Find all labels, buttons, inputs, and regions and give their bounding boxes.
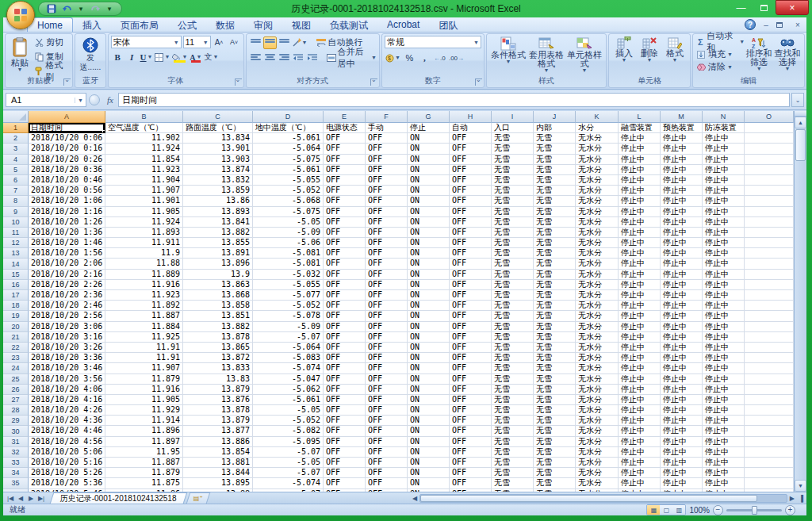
cell-B24[interactable]: 11.907 xyxy=(105,363,183,374)
cell-B25[interactable]: 11.879 xyxy=(105,374,183,385)
cell-G26[interactable]: ON xyxy=(408,385,450,395)
cell-L34[interactable]: 停止中 xyxy=(619,468,661,478)
cell-E17[interactable]: OFF xyxy=(324,290,366,301)
cell-J23[interactable]: 无雪 xyxy=(534,353,576,363)
cell-J27[interactable]: 无雪 xyxy=(534,395,576,405)
cell-E30[interactable]: OFF xyxy=(324,426,366,436)
cell-H24[interactable]: OFF xyxy=(450,363,492,374)
cell-O9[interactable] xyxy=(745,207,794,217)
grow-font-button[interactable]: A˄ xyxy=(213,36,226,48)
cell-J11[interactable]: 无雪 xyxy=(534,228,576,238)
cell-D25[interactable]: -5.047 xyxy=(253,374,324,385)
row-number-17[interactable]: 17 xyxy=(3,290,29,301)
cell-K34[interactable]: 无水分 xyxy=(576,468,619,478)
cell-L21[interactable]: 停止中 xyxy=(619,332,661,343)
cell-D11[interactable]: -5.09 xyxy=(253,228,324,238)
cell-C12[interactable]: 13.855 xyxy=(183,238,253,248)
ribbon-tab-团队[interactable]: 团队 xyxy=(429,17,467,32)
cell-N19[interactable]: 停止中 xyxy=(703,311,745,321)
ribbon-tab-数据[interactable]: 数据 xyxy=(206,17,244,32)
cell-F15[interactable]: OFF xyxy=(366,270,408,280)
row-number-25[interactable]: 25 xyxy=(3,374,29,385)
cell-N30[interactable]: 停止中 xyxy=(703,426,745,436)
insert-worksheet-tab[interactable]: ▤⁺ xyxy=(186,492,211,504)
cell-H6[interactable]: OFF xyxy=(450,175,492,186)
cell-F6[interactable]: OFF xyxy=(366,175,408,186)
cell-C21[interactable]: 13.878 xyxy=(183,332,253,343)
cell-G12[interactable]: ON xyxy=(408,238,450,248)
cell-N34[interactable]: 停止中 xyxy=(703,468,745,478)
cell-H16[interactable]: OFF xyxy=(450,280,492,290)
cell-I22[interactable]: 无雪 xyxy=(492,343,534,353)
cell-L11[interactable]: 停止中 xyxy=(619,228,661,238)
cell-F32[interactable]: OFF xyxy=(366,447,408,458)
cell-M26[interactable]: 停止中 xyxy=(661,385,703,395)
cell-A4[interactable]: 2018/10/20 0:26 xyxy=(29,155,105,165)
cell-M25[interactable]: 停止中 xyxy=(661,374,703,385)
formula-input[interactable]: 日期时间 xyxy=(118,93,790,107)
cell-B35[interactable]: 11.875 xyxy=(105,478,183,488)
cell-A14[interactable]: 2018/10/20 2:06 xyxy=(29,259,105,269)
cell-J35[interactable]: 无雪 xyxy=(534,478,576,488)
row-number-22[interactable]: 22 xyxy=(3,343,29,353)
row-number-18[interactable]: 18 xyxy=(3,301,29,311)
row-number-26[interactable]: 26 xyxy=(3,385,29,395)
cell-E9[interactable]: OFF xyxy=(324,207,366,217)
font-size-combo[interactable]: 11▼ xyxy=(183,36,211,48)
fill-color-button[interactable]: ▼ xyxy=(171,51,188,63)
cell-M31[interactable]: 停止中 xyxy=(661,437,703,447)
cell-M9[interactable]: 停止中 xyxy=(661,207,703,217)
vertical-scroll-thumb[interactable] xyxy=(795,129,806,161)
restore-button[interactable] xyxy=(753,0,776,15)
cell-G5[interactable]: ON xyxy=(408,165,450,175)
cell-D28[interactable]: -5.05 xyxy=(253,405,324,416)
cell-D3[interactable]: -5.064 xyxy=(253,144,324,154)
cell-H19[interactable]: OFF xyxy=(450,311,492,321)
align-center-button[interactable] xyxy=(263,52,277,64)
cell-C31[interactable]: 13.886 xyxy=(183,437,253,447)
scroll-up-button[interactable]: ▲ xyxy=(795,117,806,128)
cell-B15[interactable]: 11.889 xyxy=(105,270,183,280)
cell-K31[interactable]: 无水分 xyxy=(576,437,619,447)
cell-M32[interactable]: 停止中 xyxy=(661,447,703,458)
cell-K24[interactable]: 无水分 xyxy=(576,363,619,374)
cell-L24[interactable]: 停止中 xyxy=(619,363,661,374)
row-number-30[interactable]: 30 xyxy=(3,426,29,436)
cell-F30[interactable]: OFF xyxy=(366,426,408,436)
row-number-3[interactable]: 3 xyxy=(3,144,29,154)
align-middle-button[interactable] xyxy=(263,36,277,49)
cell-M27[interactable]: 停止中 xyxy=(661,395,703,405)
cell-L33[interactable]: 停止中 xyxy=(619,458,661,468)
cell-G19[interactable]: ON xyxy=(408,311,450,321)
cell-D15[interactable]: -5.032 xyxy=(253,270,324,280)
cell-E28[interactable]: OFF xyxy=(324,405,366,416)
conditional-formatting-button[interactable]: 条件格式▼ xyxy=(489,36,527,73)
cell-L22[interactable]: 停止中 xyxy=(619,343,661,353)
cell-J16[interactable]: 无雪 xyxy=(534,280,576,290)
cell-D22[interactable]: -5.064 xyxy=(253,343,324,353)
cell-H26[interactable]: OFF xyxy=(450,385,492,395)
cell-B9[interactable]: 11.905 xyxy=(105,207,183,217)
cell-L3[interactable]: 停止中 xyxy=(619,144,661,154)
cell-K8[interactable]: 无水分 xyxy=(576,196,619,206)
cell-D32[interactable]: -5.07 xyxy=(253,447,324,458)
column-header-I[interactable]: I xyxy=(492,111,534,123)
cell-M1[interactable]: 预热装置 xyxy=(661,123,703,133)
cell-C11[interactable]: 13.882 xyxy=(183,228,253,238)
cell-N4[interactable]: 停止中 xyxy=(703,155,745,165)
autosum-button[interactable]: Σ 自动求和▼ xyxy=(695,36,745,48)
cell-F20[interactable]: OFF xyxy=(366,322,408,332)
cell-G20[interactable]: ON xyxy=(408,322,450,332)
cell-G3[interactable]: ON xyxy=(408,144,450,154)
cell-D33[interactable]: -5.05 xyxy=(253,458,324,468)
cell-F17[interactable]: OFF xyxy=(366,290,408,301)
cell-E11[interactable]: OFF xyxy=(324,228,366,238)
column-header-K[interactable]: K xyxy=(576,111,619,123)
row-number-11[interactable]: 11 xyxy=(3,228,29,238)
cell-E4[interactable]: OFF xyxy=(324,155,366,165)
cell-B18[interactable]: 11.892 xyxy=(105,301,183,311)
cell-I4[interactable]: 无雪 xyxy=(492,155,534,165)
cell-C8[interactable]: 13.86 xyxy=(183,196,253,206)
column-header-B[interactable]: B xyxy=(105,111,183,123)
cell-M14[interactable]: 停止中 xyxy=(661,259,703,269)
